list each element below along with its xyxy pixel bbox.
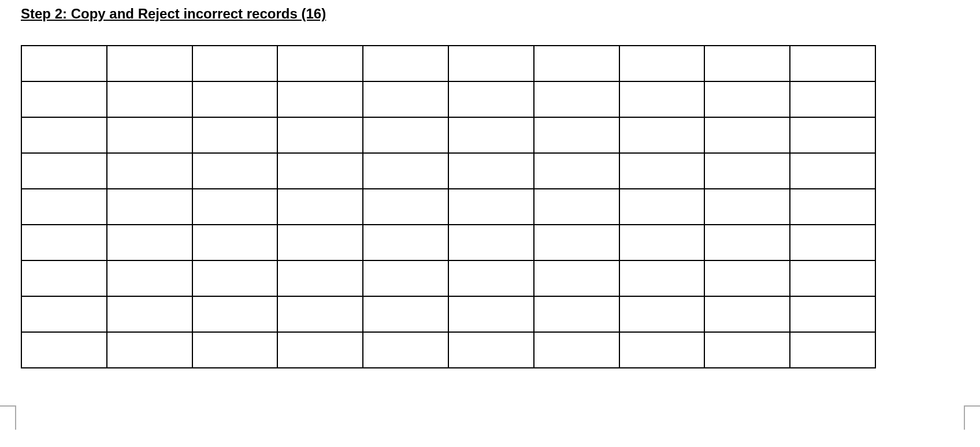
table-row xyxy=(21,225,875,260)
records-table-body xyxy=(21,46,875,368)
table-cell xyxy=(448,189,534,225)
table-cell xyxy=(448,260,534,296)
table-cell xyxy=(704,332,790,368)
table-cell xyxy=(277,296,363,332)
table-cell xyxy=(21,153,107,189)
table-cell xyxy=(192,117,278,153)
table-cell xyxy=(107,260,192,296)
table-row xyxy=(21,260,875,296)
table-cell xyxy=(448,332,534,368)
table-cell xyxy=(534,153,619,189)
table-cell xyxy=(619,46,705,81)
table-cell xyxy=(277,117,363,153)
table-cell xyxy=(363,260,448,296)
table-cell xyxy=(277,153,363,189)
table-cell xyxy=(21,189,107,225)
table-cell xyxy=(192,296,278,332)
table-cell xyxy=(619,296,705,332)
table-cell xyxy=(363,296,448,332)
table-cell xyxy=(619,189,705,225)
table-cell xyxy=(619,260,705,296)
table-cell xyxy=(277,260,363,296)
table-cell xyxy=(107,296,192,332)
table-cell xyxy=(448,46,534,81)
table-cell xyxy=(790,225,875,260)
table-cell xyxy=(107,189,192,225)
table-cell xyxy=(790,46,875,81)
table-cell xyxy=(192,332,278,368)
table-cell xyxy=(534,46,619,81)
table-cell xyxy=(448,117,534,153)
table-cell xyxy=(363,225,448,260)
table-cell xyxy=(107,81,192,117)
table-cell xyxy=(277,225,363,260)
table-cell xyxy=(704,189,790,225)
table-cell xyxy=(107,225,192,260)
table-cell xyxy=(363,81,448,117)
table-cell xyxy=(192,46,278,81)
page-corner-left xyxy=(0,405,16,430)
table-cell xyxy=(704,225,790,260)
table-cell xyxy=(277,189,363,225)
table-row xyxy=(21,117,875,153)
table-cell xyxy=(21,117,107,153)
table-cell xyxy=(21,225,107,260)
table-cell xyxy=(790,260,875,296)
table-cell xyxy=(704,296,790,332)
table-cell xyxy=(363,46,448,81)
table-cell xyxy=(619,153,705,189)
table-cell xyxy=(534,260,619,296)
section-heading: Step 2: Copy and Reject incorrect record… xyxy=(0,0,980,22)
table-cell xyxy=(704,81,790,117)
table-cell xyxy=(192,81,278,117)
table-cell xyxy=(107,117,192,153)
table-cell xyxy=(704,153,790,189)
table-cell xyxy=(790,189,875,225)
records-table xyxy=(21,45,876,368)
table-cell xyxy=(21,332,107,368)
table-cell xyxy=(448,153,534,189)
table-cell xyxy=(790,153,875,189)
table-cell xyxy=(277,332,363,368)
table-cell xyxy=(534,189,619,225)
table-cell xyxy=(21,81,107,117)
table-cell xyxy=(277,81,363,117)
table-cell xyxy=(107,332,192,368)
table-cell xyxy=(534,332,619,368)
table-cell xyxy=(363,332,448,368)
table-row xyxy=(21,296,875,332)
table-row xyxy=(21,189,875,225)
table-cell xyxy=(21,46,107,81)
table-row xyxy=(21,332,875,368)
table-cell xyxy=(704,260,790,296)
table-cell xyxy=(448,81,534,117)
table-cell xyxy=(790,117,875,153)
table-cell xyxy=(790,81,875,117)
table-cell xyxy=(534,81,619,117)
table-cell xyxy=(790,296,875,332)
table-cell xyxy=(21,260,107,296)
table-cell xyxy=(107,46,192,81)
table-cell xyxy=(534,296,619,332)
table-cell xyxy=(21,296,107,332)
table-cell xyxy=(619,117,705,153)
table-cell xyxy=(704,46,790,81)
table-cell xyxy=(192,189,278,225)
table-cell xyxy=(192,225,278,260)
table-cell xyxy=(277,46,363,81)
table-cell xyxy=(448,225,534,260)
table-cell xyxy=(534,225,619,260)
table-row xyxy=(21,46,875,81)
table-cell xyxy=(534,117,619,153)
table-cell xyxy=(363,189,448,225)
table-cell xyxy=(619,225,705,260)
table-cell xyxy=(192,153,278,189)
table-cell xyxy=(619,81,705,117)
table-cell xyxy=(363,153,448,189)
table-cell xyxy=(790,332,875,368)
table-cell xyxy=(363,117,448,153)
table-row xyxy=(21,81,875,117)
table-cell xyxy=(704,117,790,153)
page-corner-right xyxy=(964,405,980,430)
table-cell xyxy=(107,153,192,189)
